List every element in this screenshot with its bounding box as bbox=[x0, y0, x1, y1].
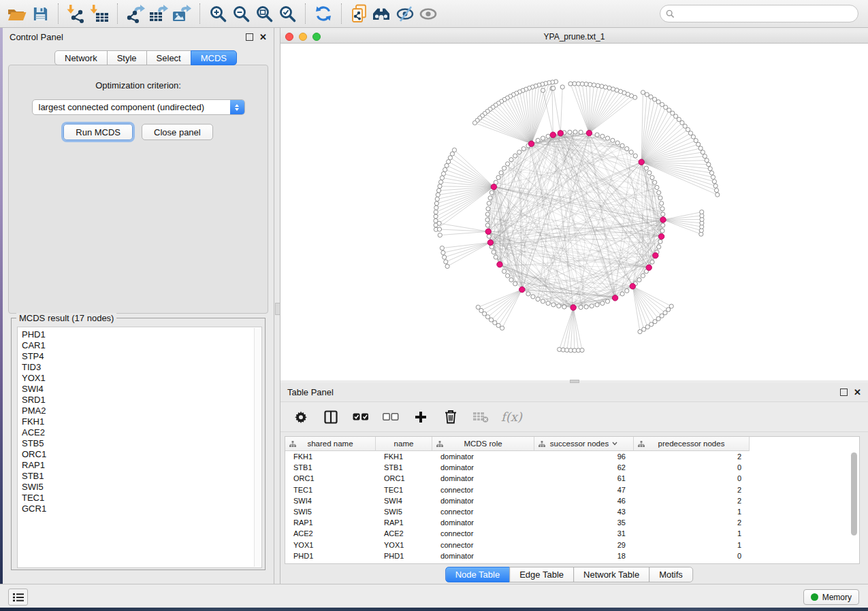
mcds-node-item[interactable]: YOX1 bbox=[22, 373, 261, 384]
mcds-node-item[interactable]: TID3 bbox=[22, 362, 261, 373]
combo-stepper-icon bbox=[230, 100, 244, 114]
table-row-TEC1[interactable]: TEC1TEC1connector472 bbox=[285, 484, 859, 495]
search-field[interactable] bbox=[660, 5, 858, 22]
mcds-node-item[interactable]: STP4 bbox=[22, 351, 261, 362]
export-table-icon[interactable] bbox=[147, 3, 170, 24]
mcds-result-list[interactable]: PHD1CAR1STP4TID3YOX1SWI4SRD1PMA2FKH1ACE2… bbox=[17, 327, 262, 568]
minimize-window-icon[interactable] bbox=[299, 33, 307, 41]
clone-network-icon[interactable] bbox=[348, 3, 371, 24]
close-panel-icon[interactable]: ✕ bbox=[854, 389, 861, 396]
mcds-node-item[interactable]: ORC1 bbox=[22, 449, 261, 460]
zoom-fit-icon[interactable] bbox=[253, 3, 276, 24]
network-canvas[interactable] bbox=[280, 44, 868, 380]
import-network-icon[interactable] bbox=[65, 3, 88, 24]
optimization-criterion-select[interactable]: largest connected component (undirected) bbox=[32, 99, 245, 115]
mcds-node-item[interactable]: CAR1 bbox=[22, 340, 261, 351]
toolbar-separator bbox=[199, 3, 200, 24]
tab-node-table[interactable]: Node Table bbox=[445, 567, 511, 582]
show-columns-icon[interactable] bbox=[321, 408, 340, 427]
column-header-predecessor-nodes[interactable]: predecessor nodes bbox=[634, 437, 750, 451]
table-row-FKH1[interactable]: FKH1FKH1dominator962 bbox=[285, 451, 859, 462]
find-icon[interactable] bbox=[371, 3, 394, 24]
tab-select[interactable]: Select bbox=[146, 50, 191, 65]
show-all-icon[interactable] bbox=[417, 3, 440, 24]
mcds-node-item[interactable]: STB1 bbox=[22, 471, 261, 482]
mcds-node-item[interactable]: TEC1 bbox=[22, 493, 261, 503]
vertical-splitter[interactable] bbox=[274, 28, 280, 584]
tab-edge-table[interactable]: Edge Table bbox=[509, 567, 574, 582]
splitter-handle[interactable] bbox=[275, 303, 280, 315]
table-row-RAP1[interactable]: RAP1RAP1dominator352 bbox=[285, 517, 859, 528]
tab-network[interactable]: Network bbox=[54, 50, 108, 65]
task-history-button[interactable] bbox=[8, 589, 28, 606]
table-row-SWI5[interactable]: SWI5SWI5connector431 bbox=[285, 506, 859, 517]
tab-mcds[interactable]: MCDS bbox=[191, 50, 237, 65]
close-panel-button[interactable]: Close panel bbox=[142, 124, 213, 140]
mcds-result-title: MCDS result (17 nodes) bbox=[16, 313, 116, 323]
close-panel-icon[interactable]: ✕ bbox=[259, 33, 267, 41]
table-scrollbar-thumb[interactable] bbox=[851, 452, 857, 535]
table-row-ACE2[interactable]: ACE2ACE2connector311 bbox=[285, 528, 859, 539]
table-row-YOX1[interactable]: YOX1YOX1connector291 bbox=[285, 540, 859, 550]
control-panel-titlebar: Control Panel ✕ bbox=[3, 28, 274, 46]
column-header-MCDS-role[interactable]: MCDS role bbox=[432, 437, 534, 451]
toolbar-separator bbox=[305, 3, 306, 24]
network-window: YPA_prune.txt_1 bbox=[280, 31, 868, 383]
maximize-window-icon[interactable] bbox=[312, 33, 321, 41]
network-titlebar[interactable]: YPA_prune.txt_1 bbox=[280, 31, 868, 44]
mcds-node-item[interactable]: GCR1 bbox=[22, 503, 261, 514]
table-row-ORC1[interactable]: ORC1ORC1dominator610 bbox=[285, 473, 859, 484]
mcds-node-item[interactable]: FKH1 bbox=[22, 416, 261, 427]
node-table: shared namenameMCDS rolesuccessor nodesp… bbox=[285, 436, 860, 564]
tab-motifs[interactable]: Motifs bbox=[649, 567, 693, 582]
tab-network-table[interactable]: Network Table bbox=[573, 567, 649, 582]
table-scrollbar[interactable] bbox=[850, 452, 858, 561]
select-all-icon[interactable] bbox=[351, 408, 370, 427]
zoom-selected-icon[interactable] bbox=[276, 3, 299, 24]
mcds-node-item[interactable]: PMA2 bbox=[22, 406, 261, 416]
zoom-out-icon[interactable] bbox=[229, 3, 253, 24]
run-mcds-button[interactable]: Run MCDS bbox=[63, 124, 133, 140]
deselect-all-icon[interactable] bbox=[381, 408, 400, 427]
mcds-node-item[interactable]: STB5 bbox=[22, 438, 261, 449]
column-header-successor-nodes[interactable]: successor nodes bbox=[534, 437, 634, 451]
hide-selected-icon[interactable] bbox=[394, 3, 417, 24]
table-tabs: Node Table Edge Table Network Table Moti… bbox=[446, 567, 693, 582]
mcds-node-item[interactable]: SWI5 bbox=[22, 482, 261, 493]
memory-button[interactable]: Memory bbox=[803, 589, 859, 605]
memory-label: Memory bbox=[822, 593, 852, 602]
shared-column-icon bbox=[289, 441, 296, 447]
export-network-icon[interactable] bbox=[124, 3, 147, 24]
mcds-node-item[interactable]: ACE2 bbox=[22, 427, 261, 438]
zoom-in-icon[interactable] bbox=[206, 3, 229, 24]
apply-preferred-layout-icon[interactable] bbox=[312, 3, 335, 24]
sort-desc-icon bbox=[612, 442, 617, 446]
close-window-icon[interactable] bbox=[285, 33, 293, 41]
mcds-node-item[interactable]: SWI4 bbox=[22, 384, 261, 395]
float-panel-icon[interactable] bbox=[246, 33, 253, 41]
table-panel-titlebar: Table Panel ✕ bbox=[280, 383, 868, 401]
list-icon bbox=[13, 593, 24, 602]
column-header-name[interactable]: name bbox=[376, 437, 432, 451]
float-panel-icon[interactable] bbox=[840, 389, 848, 396]
delete-column-icon[interactable] bbox=[441, 408, 460, 427]
mcds-node-item[interactable]: RAP1 bbox=[22, 460, 261, 471]
table-row-PHD1[interactable]: PHD1PHD1dominator180 bbox=[285, 550, 859, 561]
column-header-shared-name[interactable]: shared name bbox=[285, 437, 376, 451]
search-input[interactable] bbox=[678, 8, 852, 19]
mcds-node-item[interactable]: PHD1 bbox=[22, 329, 261, 340]
mcds-list-scrollbar[interactable] bbox=[254, 328, 261, 567]
tab-style[interactable]: Style bbox=[107, 50, 147, 65]
control-panel-title: Control Panel bbox=[10, 32, 63, 42]
table-row-SWI4[interactable]: SWI4SWI4dominator462 bbox=[285, 495, 859, 506]
node-table-header: shared namenameMCDS rolesuccessor nodesp… bbox=[285, 437, 859, 451]
table-settings-icon[interactable] bbox=[291, 408, 310, 427]
import-table-icon[interactable] bbox=[88, 3, 111, 24]
create-column-icon[interactable] bbox=[411, 408, 430, 427]
mcds-node-item[interactable]: SRD1 bbox=[22, 395, 261, 406]
shared-column-icon bbox=[638, 441, 645, 447]
export-image-icon[interactable] bbox=[170, 3, 193, 24]
save-session-icon[interactable] bbox=[29, 3, 52, 24]
table-row-STB1[interactable]: STB1STB1dominator620 bbox=[285, 462, 859, 473]
open-session-icon[interactable] bbox=[5, 3, 29, 24]
